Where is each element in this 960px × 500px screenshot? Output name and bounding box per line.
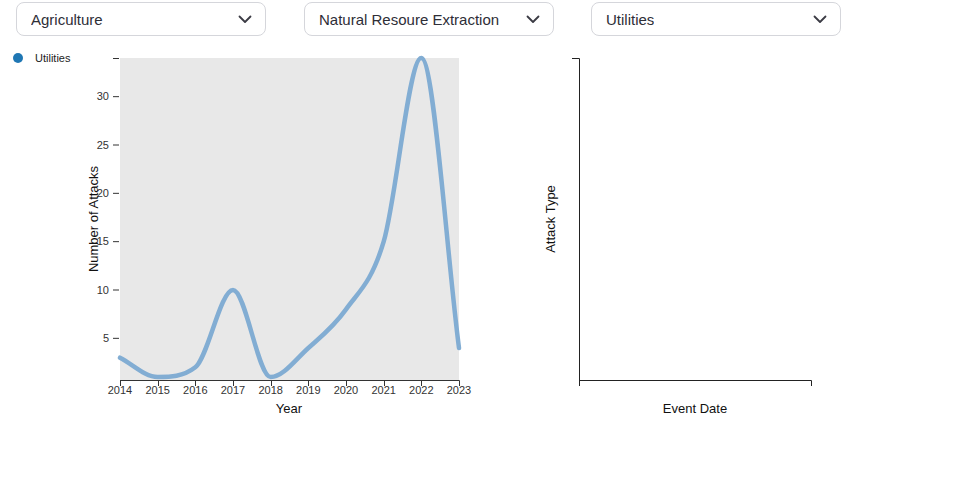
x-tick-label: 2014 <box>108 384 132 396</box>
x-tick-label: 2019 <box>296 384 320 396</box>
right-chart-y-axis-title: Attack Type <box>543 185 558 253</box>
right-chart-axes <box>572 59 812 387</box>
left-chart-x-axis-title: Year <box>276 401 302 416</box>
x-tick-label: 2020 <box>334 384 358 396</box>
y-tick-label: 10 <box>97 284 109 296</box>
left-chart-y-axis-title: Number of Attacks <box>86 166 101 272</box>
x-tick-label: 2022 <box>409 384 433 396</box>
y-tick-label: 30 <box>97 90 109 102</box>
x-tick-label: 2016 <box>183 384 207 396</box>
charts-canvas: 5101520253020142015201620172018201920202… <box>0 0 960 430</box>
y-tick-label: 5 <box>103 332 109 344</box>
x-tick-label: 2021 <box>371 384 395 396</box>
right-chart-x-axis-title: Event Date <box>663 401 727 416</box>
x-tick-label: 2018 <box>258 384 282 396</box>
x-tick-label: 2015 <box>145 384 169 396</box>
x-tick-label: 2017 <box>221 384 245 396</box>
x-tick-label: 2023 <box>447 384 471 396</box>
y-tick-label: 25 <box>97 139 109 151</box>
